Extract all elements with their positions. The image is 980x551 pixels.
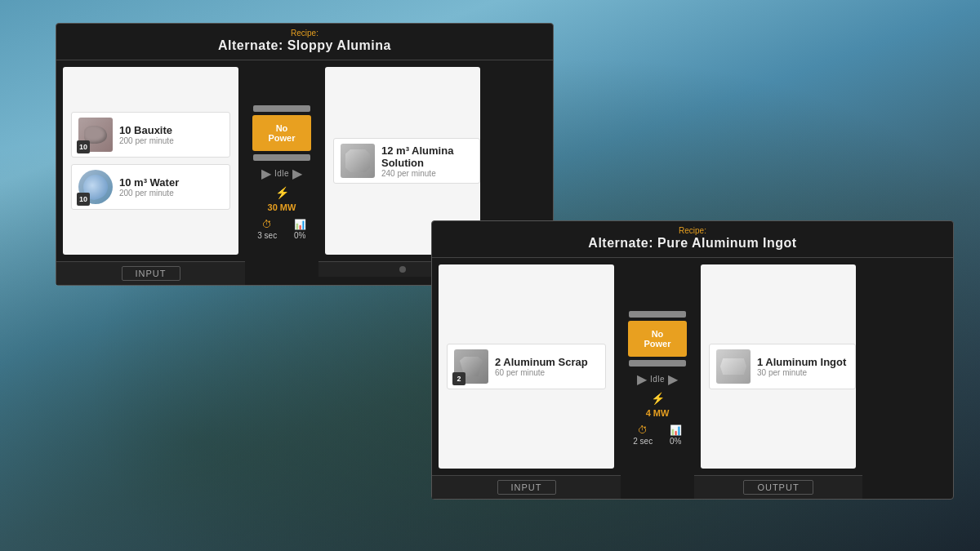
panel2-bar-icon: 📊 <box>670 424 682 436</box>
panel1-time-value: 3 sec <box>257 231 277 240</box>
bauxite-rate: 200 per minute <box>119 136 174 145</box>
panel1-stats: ⏱ 3 sec 📊 0% <box>249 219 314 240</box>
panel1-recipe-title: Alternate: Sloppy Alumina <box>218 38 391 52</box>
panel2-input-section: 2 2 Aluminum Scrap 60 per minute <box>439 264 614 469</box>
panel2-stats: ⏱ 2 sec 📊 0% <box>625 424 690 446</box>
panel2-status-label: Idle <box>650 375 665 384</box>
panel2-recipe-label: Recipe: <box>440 226 945 235</box>
panel1-input-footer: INPUT <box>56 261 245 285</box>
panel2-recipe-title: Alternate: Pure Aluminum Ingot <box>588 236 796 250</box>
aluminum-ingot-icon <box>716 349 751 384</box>
panel2-time-stat: ⏱ 2 sec <box>633 424 653 446</box>
panel2-input-footer: INPUT <box>432 475 621 499</box>
aluminum-scrap-icon: 2 <box>454 349 488 384</box>
item-row-aluminum-ingot: 1 Aluminum Ingot 30 per minute <box>709 344 856 389</box>
alumina-rate: 240 per minute <box>381 169 473 178</box>
water-info: 10 m³ Water 200 per minute <box>119 176 179 198</box>
alumina-info: 12 m³ Alumina Solution 240 per minute <box>381 144 473 178</box>
ingot-info: 1 Aluminum Ingot 30 per minute <box>757 356 846 377</box>
panel2-output-section: 1 Aluminum Ingot 30 per minute <box>701 264 856 469</box>
water-rate: 200 per minute <box>119 189 179 198</box>
panel1-efficiency-stat: 📊 0% <box>294 219 306 240</box>
bauxite-info: 10 Bauxite 200 per minute <box>119 124 174 145</box>
alumina-icon <box>341 144 375 178</box>
panel2-output-footer: OUTPUT <box>694 475 862 499</box>
panel2-input-label: INPUT <box>497 480 556 495</box>
ingot-rate: 30 per minute <box>757 368 846 377</box>
item-row-alumina: 12 m³ Alumina Solution 240 per minute <box>333 138 480 184</box>
panel1-recipe-label: Recipe: <box>65 29 545 38</box>
panel1-power-value: ⚡ <box>275 186 289 199</box>
item-row-bauxite: 10 10 Bauxite 200 per minute <box>71 112 230 158</box>
panel2-arrow-right[interactable]: ▶ <box>665 370 681 389</box>
panel2-clock-icon: ⏱ <box>638 424 648 436</box>
panel2-efficiency-value: 0% <box>670 437 681 446</box>
water-icon: 10 <box>78 170 113 204</box>
water-badge: 10 <box>77 193 90 206</box>
panel1-efficiency-value: 0% <box>294 231 305 240</box>
alumina-shape <box>345 149 370 172</box>
panel2-header: Recipe: Alternate: Pure Aluminum Ingot <box>432 221 953 258</box>
bauxite-name: 10 Bauxite <box>119 124 174 136</box>
panel2-power-icon: ⚡ <box>651 392 665 405</box>
panel1-status-label: Idle <box>274 169 289 178</box>
panel1-input-section: 10 10 Bauxite 200 per minute 10 10 m³ Wa… <box>63 67 238 255</box>
panel1-clock-icon: ⏱ <box>262 219 272 230</box>
ingot-shape <box>720 358 746 375</box>
bauxite-badge: 10 <box>77 140 90 153</box>
panel2-top-bar <box>629 311 686 318</box>
panel1-power-btn[interactable]: No Power <box>252 115 311 151</box>
panel1-arrows: ▶ Idle ▶ <box>258 164 305 183</box>
water-name: 10 m³ Water <box>119 176 179 189</box>
panel1-bar-icon: 📊 <box>294 219 306 230</box>
panel2-time-value: 2 sec <box>633 437 653 446</box>
panel1-mw-value: 30 MW <box>268 202 296 212</box>
panel2-efficiency-stat: 📊 0% <box>670 424 682 446</box>
panel1-input-label: INPUT <box>122 266 180 281</box>
ingot-name: 1 Aluminum Ingot <box>757 356 846 368</box>
panel2-arrow-left[interactable]: ▶ <box>634 370 650 389</box>
scrap-badge: 2 <box>452 372 466 385</box>
scroll-indicator <box>399 266 406 273</box>
panel1-top-bar <box>253 105 310 112</box>
panel2-machine: No Power ▶ Idle ▶ ⚡ 4 MW ⏱ 2 sec 📊 0% <box>621 258 694 499</box>
panel1-arrow-right[interactable]: ▶ <box>289 164 305 183</box>
item-row-aluminum-scrap: 2 2 Aluminum Scrap 60 per minute <box>447 344 606 389</box>
panel2-power-btn[interactable]: No Power <box>628 321 687 357</box>
panel1-status-bar <box>253 154 310 161</box>
alumina-name: 12 m³ Alumina Solution <box>381 144 473 169</box>
panel1-machine: No Power ▶ Idle ▶ ⚡ 30 MW ⏱ 3 sec 📊 0% <box>245 60 318 285</box>
panel1-time-stat: ⏱ 3 sec <box>257 219 277 240</box>
bauxite-icon: 10 <box>78 118 113 152</box>
panel1-arrow-left[interactable]: ▶ <box>258 164 274 183</box>
panel2-body: 2 2 Aluminum Scrap 60 per minute INPUT N… <box>432 258 953 499</box>
scrap-info: 2 Aluminum Scrap 60 per minute <box>495 356 588 377</box>
panel2-arrows: ▶ Idle ▶ <box>634 370 681 389</box>
panel-pure-aluminum-ingot: Recipe: Alternate: Pure Aluminum Ingot 2… <box>431 220 954 500</box>
scrap-name: 2 Aluminum Scrap <box>495 356 588 368</box>
panel1-header: Recipe: Alternate: Sloppy Alumina <box>56 24 553 60</box>
scrap-rate: 60 per minute <box>495 368 588 377</box>
item-row-water: 10 10 m³ Water 200 per minute <box>71 164 230 210</box>
panel2-status-bar <box>629 360 686 367</box>
panel2-mw-value: 4 MW <box>646 408 670 418</box>
panel2-output-label: OUTPUT <box>743 480 813 495</box>
